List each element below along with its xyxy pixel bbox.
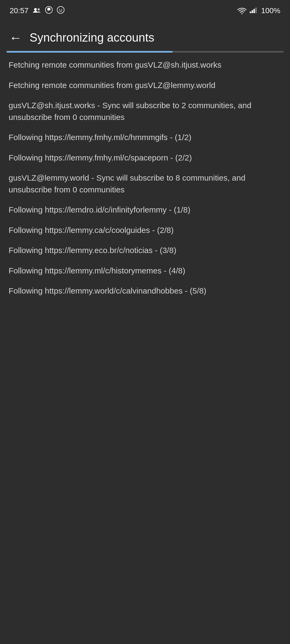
svg-point-1: [38, 8, 40, 10]
page-title: Synchronizing accounts: [30, 31, 154, 44]
svg-point-5: [61, 9, 62, 10]
svg-point-0: [34, 8, 37, 11]
status-time: 20:57: [10, 6, 28, 15]
log-content: Fetching remote communities from gusVLZ@…: [0, 53, 290, 312]
log-item: Following https://lemmy.fmhy.ml/c/hmmmgi…: [9, 131, 281, 143]
log-item: Following https://lemmy.ca/c/coolguides …: [9, 224, 281, 236]
svg-rect-9: [253, 9, 255, 13]
log-item: Fetching remote communities from gusVLZ@…: [9, 79, 281, 91]
svg-point-4: [59, 9, 60, 10]
svg-rect-7: [250, 12, 251, 13]
progress-bar-container: [0, 48, 290, 53]
log-item: Following https://lemdro.id/c/infinityfo…: [9, 204, 281, 216]
back-button[interactable]: ←: [6, 28, 27, 48]
toolbar: ← Synchronizing accounts: [0, 21, 290, 48]
emoji-icon: [57, 6, 64, 16]
log-item: gusVLZ@sh.itjust.works - Sync will subsc…: [9, 100, 281, 123]
log-item: Following https://lemmy.fmhy.ml/c/spacep…: [9, 152, 281, 164]
svg-rect-10: [255, 8, 257, 13]
svg-rect-8: [252, 10, 253, 13]
status-bar-left: 20:57: [10, 6, 64, 16]
svg-point-3: [57, 6, 64, 13]
whatsapp-icon: [45, 6, 53, 16]
battery-percentage: 100%: [261, 6, 280, 15]
status-bar: 20:57: [0, 0, 290, 21]
log-item: gusVLZ@lemmy.world - Sync will subscribe…: [9, 172, 281, 195]
log-item: Following https://lemmy.eco.br/c/noticia…: [9, 244, 281, 256]
log-item: Following https://lemmy.world/c/calvinan…: [9, 285, 281, 297]
wifi-icon: [237, 6, 247, 15]
contacts-icon: [33, 7, 41, 15]
back-icon: ←: [9, 30, 22, 45]
log-item: Fetching remote communities from gusVLZ@…: [9, 59, 281, 71]
status-bar-right: 100%: [237, 6, 280, 15]
signal-icon: [250, 6, 258, 15]
log-item: Following https://lemmy.ml/c/historymeme…: [9, 265, 281, 277]
svg-point-6: [241, 13, 242, 14]
